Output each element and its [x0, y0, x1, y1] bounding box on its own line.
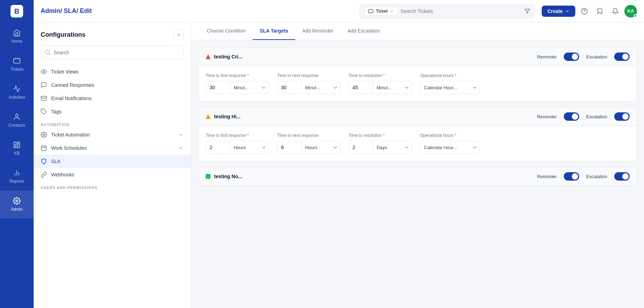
first-response-field-critical: Time to first response * Minut... Hours …	[206, 73, 269, 94]
resolution-label-high: Time to resolution *	[349, 133, 412, 138]
chat-icon	[41, 82, 47, 88]
configurations-sidebar: Configurations Ticket Views Canned Respo…	[34, 22, 191, 308]
kb-icon	[13, 141, 21, 149]
sidebar-item-reports[interactable]: Reports	[0, 162, 34, 190]
next-response-label-high: Time to next response	[277, 133, 340, 138]
global-search[interactable]: Ticket	[359, 4, 535, 18]
sidebar-item-ticket-automation[interactable]: Ticket Automation	[34, 128, 191, 141]
create-button[interactable]: Create	[542, 6, 575, 17]
svg-line-15	[49, 54, 50, 55]
tabs-bar: Choose Condition SLA Targets Add Reminde…	[191, 22, 644, 40]
sidebar-item-canned-responses[interactable]: Canned Responses	[34, 78, 191, 92]
sla-card-high: testing Hi... Reminder Escalation Time t…	[198, 107, 637, 161]
first-response-number-high[interactable]	[206, 141, 230, 154]
resolution-field-critical: Time to resolution * Minut... Hours Days	[349, 73, 412, 94]
first-response-number-critical[interactable]	[206, 81, 230, 94]
next-response-unit-critical[interactable]: Minut... Hours Days	[302, 81, 340, 94]
resolution-number-critical[interactable]	[349, 81, 373, 94]
tab-sla-targets[interactable]: SLA Targets	[253, 22, 295, 40]
first-response-label-high: Time to first response *	[206, 133, 269, 138]
operational-hours-select-critical[interactable]: Calendar Hour... Business Hours	[420, 81, 480, 94]
sidebar-title: Configurations	[41, 31, 85, 38]
resolution-label: Time to resolution *	[349, 73, 412, 78]
reminder-toggle-high[interactable]	[564, 112, 579, 121]
sidebar-collapse-button[interactable]	[173, 29, 184, 40]
reminder-toggle-normal[interactable]	[564, 172, 579, 181]
operational-hours-select-high[interactable]: Calendar Hour... Business Hours	[420, 141, 480, 154]
tab-choose-condition[interactable]: Choose Condition	[200, 22, 253, 40]
next-response-field-critical: Time to next response Minut... Hours Day…	[277, 73, 340, 94]
sidebar-item-ticket-views[interactable]: Ticket Views	[34, 65, 191, 78]
sla-toggle-group-normal: Reminder Escalation	[537, 172, 630, 181]
avatar[interactable]: KA	[624, 5, 637, 18]
app-logo[interactable]: B	[0, 0, 34, 22]
automation-section-label: AUTOMATION	[34, 118, 191, 128]
breadcrumb: Admin/ SLA/ Edit	[41, 7, 92, 15]
sidebar-item-email-notifications[interactable]: Email Notifications	[34, 92, 191, 105]
sidebar-item-tags[interactable]: Tags	[34, 105, 191, 118]
next-response-unit-high[interactable]: Hours Minutes Days	[302, 141, 340, 154]
escalation-toggle-normal[interactable]	[614, 172, 630, 181]
priority-normal-icon	[206, 174, 211, 179]
first-response-unit-high[interactable]: Hours Minutes Days	[230, 141, 269, 154]
content-area: Configurations Ticket Views Canned Respo…	[34, 22, 644, 308]
gear-icon	[41, 132, 47, 138]
svg-rect-2	[14, 142, 16, 145]
eye-icon	[41, 69, 47, 75]
sidebar-search[interactable]	[41, 46, 184, 59]
svg-rect-19	[41, 146, 46, 151]
escalation-toggle-critical[interactable]	[614, 52, 630, 61]
resolution-number-high[interactable]	[349, 141, 373, 154]
tickets-icon	[13, 57, 21, 65]
chevron-left-icon	[176, 32, 181, 37]
sidebar-item-tickets[interactable]: Tickets	[0, 50, 34, 78]
filter-icon[interactable]	[525, 8, 530, 14]
help-button[interactable]	[578, 5, 591, 18]
bookmark-button[interactable]	[594, 5, 606, 18]
sidebar-item-contacts[interactable]: Contacts	[0, 106, 34, 134]
svg-point-14	[46, 50, 50, 54]
next-response-number-critical[interactable]	[277, 81, 302, 94]
link-icon	[41, 172, 47, 178]
svg-rect-4	[18, 145, 20, 148]
first-response-unit-critical[interactable]: Minut... Hours Days	[230, 81, 269, 94]
sidebar-item-webhooks[interactable]: Webhooks	[34, 168, 191, 181]
operational-hours-label: Operational hours *	[420, 73, 480, 78]
svg-rect-0	[14, 59, 20, 63]
envelope-icon	[41, 95, 47, 102]
notifications-button[interactable]	[609, 5, 622, 18]
ticket-type-selector[interactable]: Ticket	[364, 7, 398, 16]
sidebar-item-activities[interactable]: Activities	[0, 78, 34, 106]
bookmark-icon	[596, 8, 603, 15]
sla-content: testing Cri... Reminder Escalation Time …	[191, 40, 644, 193]
first-response-label: Time to first response *	[206, 73, 269, 78]
tab-add-escalation[interactable]: Add Escalation	[341, 22, 387, 40]
admin-icon	[13, 197, 21, 205]
first-response-input-group-high: Hours Minutes Days	[206, 141, 269, 154]
tab-add-reminder[interactable]: Add Reminder	[295, 22, 341, 40]
priority-critical-icon	[206, 54, 211, 59]
reports-icon	[13, 169, 21, 177]
next-response-label: Time to next response	[277, 73, 340, 78]
sidebar-search-input[interactable]	[54, 50, 179, 55]
priority-high-icon	[206, 114, 211, 119]
resolution-unit-high[interactable]: Days Minutes Hours	[373, 141, 412, 154]
reminder-toggle-critical[interactable]	[564, 52, 579, 61]
escalation-toggle-high[interactable]	[614, 112, 630, 121]
sla-card-header-high: testing Hi... Reminder Escalation	[199, 107, 637, 126]
resolution-unit-critical[interactable]: Minut... Hours Days	[373, 81, 412, 94]
sla-card-body-high: Time to first response * Hours Minutes D…	[199, 126, 637, 161]
sla-card-title-normal: testing No...	[214, 174, 534, 179]
sidebar-item-kb[interactable]: KB	[0, 134, 34, 162]
sidebar-item-admin[interactable]: Admin	[0, 190, 34, 218]
help-icon	[581, 8, 588, 15]
next-response-field-high: Time to next response Hours Minutes Days	[277, 133, 340, 154]
sidebar-item-home[interactable]: Home	[0, 22, 34, 50]
next-response-number-high[interactable]	[277, 141, 302, 154]
calendar-icon	[41, 145, 47, 151]
search-input[interactable]	[401, 8, 522, 14]
sidebar-item-work-schedules[interactable]: Work Schedules	[34, 141, 191, 155]
tag-icon	[41, 108, 47, 115]
sidebar-item-sla[interactable]: SLA	[34, 155, 191, 168]
sla-card-title-high: testing Hi...	[214, 114, 534, 119]
